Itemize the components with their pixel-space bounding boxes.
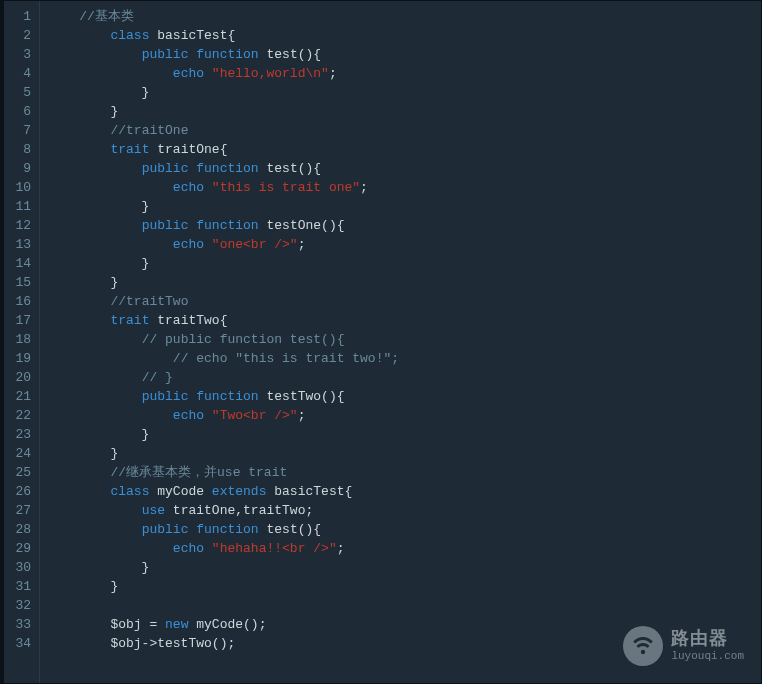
token-keyword: function [196, 161, 258, 176]
code-line[interactable]: } [40, 444, 761, 463]
code-line[interactable]: } [40, 425, 761, 444]
code-line[interactable]: echo "one<br />"; [40, 235, 761, 254]
code-line[interactable]: echo "hello,world\n"; [40, 64, 761, 83]
code-line[interactable]: // } [40, 368, 761, 387]
token-plain: } [48, 275, 118, 290]
line-number: 24 [8, 444, 31, 463]
token-keyword: new [165, 617, 188, 632]
token-keyword: echo [173, 66, 204, 81]
token-plain [48, 142, 110, 157]
token-plain [48, 313, 110, 328]
token-plain [48, 484, 110, 499]
code-line[interactable]: public function testOne(){ [40, 216, 761, 235]
token-keyword: extends [212, 484, 267, 499]
token-keyword: function [196, 47, 258, 62]
code-line[interactable]: } [40, 102, 761, 121]
token-plain [204, 408, 212, 423]
token-plain: $obj->testTwo(); [48, 636, 235, 651]
code-line[interactable]: } [40, 83, 761, 102]
code-line[interactable]: public function test(){ [40, 45, 761, 64]
code-line[interactable]: trait traitOne{ [40, 140, 761, 159]
token-plain: traitOne,traitTwo; [165, 503, 313, 518]
code-line[interactable]: //traitTwo [40, 292, 761, 311]
line-number: 26 [8, 482, 31, 501]
code-line[interactable]: class myCode extends basicTest{ [40, 482, 761, 501]
line-number: 6 [8, 102, 31, 121]
code-line[interactable]: // public function test(){ [40, 330, 761, 349]
line-number: 16 [8, 292, 31, 311]
code-line[interactable] [40, 596, 761, 615]
code-line[interactable]: } [40, 197, 761, 216]
token-plain [204, 66, 212, 81]
token-plain [48, 218, 142, 233]
token-keyword: function [196, 522, 258, 537]
code-editor[interactable]: 1234567891011121314151617181920212223242… [0, 0, 762, 684]
line-number: 11 [8, 197, 31, 216]
code-line[interactable]: //继承基本类，并use trait [40, 463, 761, 482]
line-number: 33 [8, 615, 31, 634]
token-comment: //traitOne [110, 123, 188, 138]
token-plain [48, 66, 173, 81]
token-comment: //基本类 [79, 9, 134, 24]
token-plain: ; [298, 237, 306, 252]
code-line[interactable]: } [40, 577, 761, 596]
code-line[interactable]: echo "this is trait one"; [40, 178, 761, 197]
token-keyword: echo [173, 237, 204, 252]
line-number: 31 [8, 577, 31, 596]
code-line[interactable]: } [40, 254, 761, 273]
token-string: "this is trait one" [212, 180, 360, 195]
token-plain: } [48, 427, 149, 442]
token-comment: //继承基本类，并use trait [110, 465, 287, 480]
line-number: 12 [8, 216, 31, 235]
token-comment: //traitTwo [110, 294, 188, 309]
token-plain [48, 465, 110, 480]
line-number: 22 [8, 406, 31, 425]
watermark: 路由器 luyouqi.com [623, 626, 744, 666]
router-icon [623, 626, 663, 666]
code-line[interactable]: public function testTwo(){ [40, 387, 761, 406]
code-area[interactable]: //基本类 class basicTest{ public function t… [40, 1, 761, 683]
token-plain [48, 522, 142, 537]
code-line[interactable]: } [40, 558, 761, 577]
token-plain [204, 180, 212, 195]
token-keyword: public [142, 47, 189, 62]
line-number: 28 [8, 520, 31, 539]
token-plain [48, 180, 173, 195]
code-line[interactable]: public function test(){ [40, 159, 761, 178]
token-plain: basicTest{ [266, 484, 352, 499]
code-line[interactable]: //traitOne [40, 121, 761, 140]
code-line[interactable]: use traitOne,traitTwo; [40, 501, 761, 520]
line-number: 5 [8, 83, 31, 102]
token-plain [48, 408, 173, 423]
token-keyword: echo [173, 408, 204, 423]
token-keyword: class [110, 28, 149, 43]
code-line[interactable]: trait traitTwo{ [40, 311, 761, 330]
token-plain: ; [329, 66, 337, 81]
code-line[interactable]: echo "hehaha!!<br />"; [40, 539, 761, 558]
code-line[interactable]: //基本类 [40, 7, 761, 26]
code-line[interactable]: echo "Two<br />"; [40, 406, 761, 425]
token-plain [204, 541, 212, 556]
token-comment: // public function test(){ [142, 332, 345, 347]
line-number: 27 [8, 501, 31, 520]
code-line[interactable]: } [40, 273, 761, 292]
line-number: 23 [8, 425, 31, 444]
code-line[interactable]: class basicTest{ [40, 26, 761, 45]
line-number: 20 [8, 368, 31, 387]
line-number: 13 [8, 235, 31, 254]
token-plain: traitOne{ [149, 142, 227, 157]
token-keyword: echo [173, 180, 204, 195]
line-number: 21 [8, 387, 31, 406]
token-plain: traitTwo{ [149, 313, 227, 328]
token-keyword: class [110, 484, 149, 499]
line-number: 17 [8, 311, 31, 330]
token-plain [48, 370, 142, 385]
code-line[interactable]: public function test(){ [40, 520, 761, 539]
code-line[interactable]: // echo "this is trait two!"; [40, 349, 761, 368]
token-plain: ; [337, 541, 345, 556]
token-plain: ; [360, 180, 368, 195]
token-plain: basicTest{ [149, 28, 235, 43]
token-plain [48, 28, 110, 43]
token-keyword: use [142, 503, 165, 518]
token-plain: ; [298, 408, 306, 423]
